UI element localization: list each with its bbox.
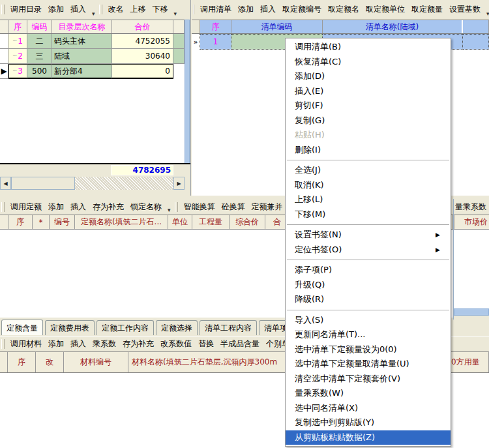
cell-code[interactable]: 三 <box>27 49 52 64</box>
header-seq[interactable]: 序 <box>200 20 231 33</box>
toolbar-drag-handle[interactable] <box>175 202 178 212</box>
cell-code[interactable]: 二 <box>27 34 52 49</box>
header-seq[interactable]: 序 <box>8 20 27 33</box>
header-quota-name[interactable]: 定额名称(填筑二片石... <box>75 215 168 229</box>
scrollbar-track[interactable] <box>75 177 173 190</box>
menu-item-select-same-name-list[interactable]: 选中同名清单(X) <box>286 401 451 416</box>
menu-item-insert[interactable]: 插入(E) <box>286 84 451 99</box>
menu-item-multiply-factor[interactable]: 量乘系数(W) <box>286 386 451 401</box>
menu-item-select-all[interactable]: 全选(J) <box>286 163 451 178</box>
tab-quota-content[interactable]: 定额含量 <box>1 320 43 335</box>
menu-item-import[interactable]: 导入(S) <box>286 313 451 328</box>
call-quota-button[interactable]: 调用定额 <box>7 202 45 213</box>
replace-button[interactable]: 替换 <box>195 338 217 350</box>
header-unit[interactable]: 单位 <box>168 215 192 229</box>
smart-convert-button[interactable]: 智能换算 <box>181 202 218 213</box>
toolbar-drag-handle[interactable] <box>193 5 194 14</box>
header-star[interactable]: * <box>33 215 50 229</box>
menu-item-add-child[interactable]: 添子项(P) <box>286 263 451 278</box>
header-list-code[interactable]: 清单编码 <box>231 20 323 33</box>
menu-item-quota-qty-from-list[interactable]: 选中清单下定额量取清单量(U) <box>286 357 451 372</box>
set-base-button[interactable]: 设置基数 <box>446 4 484 15</box>
cell-seq[interactable]: ┄3 <box>8 64 27 79</box>
change-factor-value-button[interactable]: 改系数值 <box>157 338 195 350</box>
catalog-row-3-selected[interactable]: ▶ ┄3 500 新分部4 0 <box>0 64 185 79</box>
lock-name-button[interactable]: 锁定名称 <box>127 202 165 213</box>
menu-item-set-quota-qty-zero[interactable]: 选中清单下定额量设为0(0) <box>286 342 451 357</box>
header-total[interactable]: 合价 <box>112 20 173 33</box>
menu-item-move-down[interactable]: 下移(M) <box>286 207 451 222</box>
cell-name[interactable]: 陆域 <box>52 49 112 64</box>
rename-button[interactable]: 改名 <box>105 4 127 15</box>
toolbar-overflow-icon[interactable]: ▾ <box>165 207 173 213</box>
get-quota-code-button[interactable]: 取定额编号 <box>279 4 325 15</box>
header-seq[interactable]: 序 <box>8 352 36 372</box>
menu-item-clear-quota-pricing[interactable]: 清空选中清单下定额套价(V) <box>286 372 451 387</box>
insert-button[interactable]: 插入 <box>67 202 89 213</box>
get-quota-qty-button[interactable]: 取定额量 <box>408 4 446 15</box>
header-code[interactable]: 编码 <box>27 20 52 33</box>
menu-item-add[interactable]: 添加(D) <box>286 69 451 84</box>
header-market-price[interactable]: 市场价 <box>454 215 489 229</box>
tab-quota-fee-table[interactable]: 定额费用表 <box>45 320 95 335</box>
cell-seq[interactable]: ┄2 <box>8 49 27 64</box>
header-seq[interactable]: 序 <box>8 215 33 229</box>
add-button[interactable]: 添加 <box>45 338 67 350</box>
call-catalog-button[interactable]: 调用目录 <box>7 4 45 15</box>
catalog-vertical-scrollbar[interactable] <box>185 20 190 175</box>
menu-item-promote[interactable]: 升级(Q) <box>286 278 451 293</box>
header-material-code[interactable]: 材料编号 <box>64 352 128 372</box>
add-button[interactable]: 添加 <box>235 4 257 15</box>
panel-splitter[interactable] <box>190 0 191 196</box>
insert-button[interactable]: 插入 <box>67 338 89 350</box>
toolbar-drag-handle[interactable] <box>1 339 5 349</box>
cell-total[interactable]: 30640 <box>112 49 173 64</box>
header-name[interactable]: 目录层次名称 <box>52 20 112 33</box>
menu-item-set-bookmark[interactable]: 设置书签(N)▶ <box>286 228 451 243</box>
get-quota-unit-button[interactable]: 取定额单位 <box>363 4 408 15</box>
insert-button[interactable]: 插入 <box>257 4 279 15</box>
menu-item-move-up[interactable]: 上移(L) <box>286 192 451 207</box>
get-quota-name-button[interactable]: 取定额名 <box>325 4 363 15</box>
menu-item-demote[interactable]: 降级(R) <box>286 292 451 307</box>
header-list-name[interactable]: 清单名称(陆域) <box>323 20 463 33</box>
cell-total[interactable]: 0 <box>112 64 173 79</box>
menu-item-cut[interactable]: 剪切(F) <box>286 98 451 113</box>
header-composite-price[interactable]: 综合价 <box>230 215 265 229</box>
semi-finished-content-button[interactable]: 半成品含量 <box>217 338 263 350</box>
menu-item-copy-to-clipboard[interactable]: 复制选中到剪贴版(Y) <box>286 415 451 430</box>
menu-item-paste-from-clipboard[interactable]: 从剪贴板粘贴数据(Z) <box>286 430 451 445</box>
call-list-button[interactable]: 调用清单 <box>197 4 235 15</box>
scrollbar-thumb[interactable] <box>11 177 75 190</box>
cell-name[interactable]: 新分部4 <box>52 64 112 79</box>
scroll-left-button[interactable]: ◀ <box>0 177 11 190</box>
menu-item-goto-bookmark[interactable]: 定位书签(O)▶ <box>286 243 451 258</box>
menu-item-call-list[interactable]: 调用清单(B) <box>286 40 451 55</box>
multiply-factor-button[interactable]: 乘系数 <box>89 338 119 350</box>
cell-total[interactable]: 4752055 <box>112 34 173 49</box>
cell-seq[interactable]: 1 <box>200 34 231 50</box>
toolbar-drag-handle[interactable] <box>1 5 5 14</box>
move-up-button[interactable]: 上移 <box>127 4 149 15</box>
header-code[interactable]: 编号 <box>50 215 75 229</box>
move-down-button[interactable]: 下移 <box>149 4 171 15</box>
cell-seq[interactable]: ┄1 <box>8 34 27 49</box>
save-as-supplement-button[interactable]: 存为补充 <box>89 202 127 213</box>
toolbar-overflow-icon[interactable]: ▾ <box>171 10 180 17</box>
insert-button[interactable]: 插入 <box>67 4 89 15</box>
catalog-row-1[interactable]: ┄1 二 码头主体 4752055 <box>0 34 185 49</box>
concrete-convert-button[interactable]: 砼换算 <box>218 202 248 213</box>
header-quantity[interactable]: 工程量 <box>192 215 230 229</box>
toolbar-overflow-icon[interactable]: ▾ <box>89 10 98 17</box>
multiply-factor-button[interactable]: 量乘系数 <box>454 202 488 213</box>
call-material-button[interactable]: 调用材料 <box>7 338 45 350</box>
tab-quota-select[interactable]: 定额选择 <box>156 320 198 335</box>
header-modified[interactable]: 改 <box>36 352 64 372</box>
header-usage-partial[interactable]: 0方用量 <box>451 352 489 372</box>
catalog-horizontal-scrollbar[interactable]: ◀ ▶ <box>0 177 185 190</box>
cell-name[interactable]: 码头主体 <box>52 34 112 49</box>
add-button[interactable]: 添加 <box>45 202 67 213</box>
toolbar-drag-handle[interactable] <box>99 5 102 14</box>
price-pane-scrollbar[interactable] <box>454 308 489 316</box>
quota-merge-button[interactable]: 定额兼并 <box>248 202 286 213</box>
